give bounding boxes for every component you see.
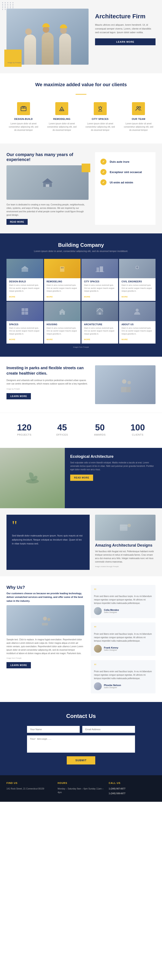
building-card-img-about-us: [119, 302, 156, 321]
svg-rect-13: [46, 184, 49, 187]
bc-title-3: CIVIL ENGINEERS: [122, 280, 153, 283]
bc-text-5: Diam in arcu cursus euismod quis. Orci a…: [47, 327, 78, 336]
experience-right: Duis aute irure Excepteur sint occaecat …: [95, 152, 156, 225]
check-text-3: Ut enim ad minim: [110, 181, 133, 184]
building-card-img-remodeling: [44, 259, 81, 278]
bc-more-1[interactable]: MORE: [47, 296, 53, 298]
ecological-content: Ecological Architecture Sed vulputate od…: [65, 448, 162, 508]
testimonial-2-info: Frank Kenny Sales Designer: [104, 646, 119, 651]
testimonial-1-author: Celia Mendez Sales Designer: [94, 607, 152, 615]
bc-more-0[interactable]: MORE: [9, 296, 15, 298]
feature-city-spaces-desc: Lorem ipsum dolor sit amet consectetur a…: [85, 122, 115, 132]
building-card-about-us: ABOUT US Diam in arcu cursus euismod qui…: [119, 302, 156, 344]
why-us-heading: Why Us?: [6, 585, 84, 590]
svg-rect-33: [99, 312, 101, 315]
hero-learn-more-button[interactable]: LEARN MORE: [95, 38, 156, 45]
building-section: Building Company Lorem ipsum dolor in am…: [0, 234, 162, 357]
bc-more-5[interactable]: MORE: [47, 338, 53, 340]
bc-text-0: Diam in arcu cursus euismod quis. Orci a…: [9, 284, 41, 293]
building-card-city-spaces: CITY SPACES Diam in arcu cursus euismod …: [82, 259, 118, 301]
bc-more-6[interactable]: MORE: [84, 338, 90, 340]
feature-our-team: OUR TEAM Lorem ipsum dolor sit amet cons…: [122, 99, 156, 135]
testimonial-2-quote-icon: ": [94, 626, 152, 630]
footer-call-us: CALL US 1-(340) 907-6677 1-(340) 508-667…: [109, 782, 156, 795]
svg-rect-38: [127, 387, 131, 392]
bc-text-1: Diam in arcu cursus euismod quis. Orci a…: [47, 284, 78, 293]
building-card-architecture: ARCHITECTURE Diam in arcu cursus euismod…: [82, 302, 118, 344]
contact-heading: Contact Us: [6, 713, 156, 719]
building-heading: Building Company: [6, 242, 156, 248]
stat-awards: 50 AWARDS: [82, 419, 118, 439]
building-card-img-civil-engineers: [119, 259, 156, 278]
maximize-value-section: We maximize added value for our clients …: [0, 73, 162, 143]
svg-rect-1: [23, 107, 24, 109]
contact-email-input[interactable]: [82, 726, 135, 733]
svg-rect-25: [22, 308, 25, 311]
testimonial-3-avatar: [94, 682, 102, 690]
ecological-heading: Ecological Architecture: [70, 454, 157, 459]
bc-more-4[interactable]: MORE: [9, 338, 15, 340]
stats-section: 120 PROJECTS 45 OFFICES 50 AWARDS 100 CL…: [0, 413, 162, 448]
svg-rect-3: [61, 110, 63, 111]
svg-rect-28: [25, 312, 28, 315]
svg-rect-27: [22, 312, 25, 315]
check-text-2: Excepteur sint occaecat: [110, 170, 142, 174]
check-item-3: Ut enim ad minim: [101, 179, 150, 185]
hero-image: Image by Freepik: [6, 9, 88, 65]
footer-phone-2[interactable]: 1-(340) 508-6677: [109, 792, 156, 795]
testimonial-3-title: Sales Designer: [104, 686, 121, 689]
ecological-read-more-button[interactable]: READ MORE: [70, 474, 93, 481]
our-team-icon: [132, 102, 145, 115]
contact-name-email-row: [27, 726, 135, 733]
contact-name-input[interactable]: [27, 726, 80, 733]
bc-title-7: ABOUT US: [122, 323, 153, 326]
experience-read-more-button[interactable]: READ MORE: [6, 219, 28, 225]
investing-learn-more-button[interactable]: LEARN MORE: [6, 393, 31, 399]
testimonial-2-avatar: [94, 645, 102, 652]
bc-more-3[interactable]: MORE: [122, 296, 128, 298]
stat-clients-label: CLIENTS: [123, 433, 152, 436]
testimonial-1-name: Celia Mendez: [104, 609, 119, 611]
investing-image-credit: Image by Freepik: [6, 388, 88, 391]
svg-rect-19: [96, 267, 99, 272]
experience-image: [6, 165, 88, 200]
bc-text-7: Diam in arcu cursus euismod quis. Orci a…: [122, 327, 153, 336]
svg-point-34: [136, 309, 139, 312]
building-card-img-architecture: [82, 302, 118, 321]
investing-description: Designers and urbanists will continue to…: [6, 379, 88, 386]
contact-submit-button[interactable]: SUBMIT: [67, 756, 95, 764]
bc-title-0: DESIGN-BUILD: [9, 280, 41, 283]
svg-point-5: [99, 107, 101, 110]
building-card-spaces: SPACES Diam in arcu cursus euismod quis.…: [6, 302, 43, 344]
stat-projects: 120 PROJECTS: [6, 419, 42, 439]
building-card-img-spaces: [6, 302, 43, 321]
why-us-right: " Proin sed libero enim sed faucibus tur…: [91, 585, 156, 694]
svg-marker-29: [59, 309, 66, 312]
why-us-learn-more-button[interactable]: LEARN MORE: [6, 662, 31, 668]
hero-image-credit: Image by Freepik: [8, 62, 21, 64]
stat-awards-number: 50: [85, 423, 114, 432]
bc-more-2[interactable]: MORE: [84, 296, 90, 298]
bc-title-1: REMODELING: [47, 280, 78, 283]
hero-description: Mauris ultrices orci aliquam. lorem hend…: [95, 23, 156, 35]
footer-phone-1[interactable]: 1-(340) 907-6677: [109, 787, 156, 791]
building-card-remodeling: REMODELING Diam in arcu cursus euismod q…: [44, 259, 81, 301]
quote-mark-icon: ": [12, 520, 84, 530]
testimonial-2-name: Frank Kenny: [104, 646, 119, 649]
svg-rect-46: [42, 623, 48, 625]
contact-message-textarea[interactable]: [27, 735, 135, 752]
bc-more-7[interactable]: MORE: [122, 338, 128, 340]
svg-rect-40: [120, 524, 127, 531]
ecological-section: Ecological Architecture Sed vulputate od…: [0, 448, 162, 508]
experience-heading: Our company has many years of experience…: [6, 152, 88, 162]
svg-rect-18: [63, 267, 64, 268]
check-item-1: Duis aute irure: [101, 159, 150, 165]
footer-hours-label: HOURS: [58, 782, 104, 784]
footer: FIND US 141 Rock Street, 21 Connecticut …: [0, 775, 162, 802]
experience-left: Our company has many years of experience…: [6, 152, 88, 225]
bc-title-2: CITY SPACES: [84, 280, 115, 283]
building-card-img-housing: [44, 302, 81, 321]
feature-design-build: DESIGN-BUILD Lorem ipsum dolor sit amet …: [6, 99, 41, 135]
footer-find-us: FIND US 141 Rock Street, 21 Connecticut …: [6, 782, 53, 795]
stat-offices: 45 OFFICES: [44, 419, 80, 439]
